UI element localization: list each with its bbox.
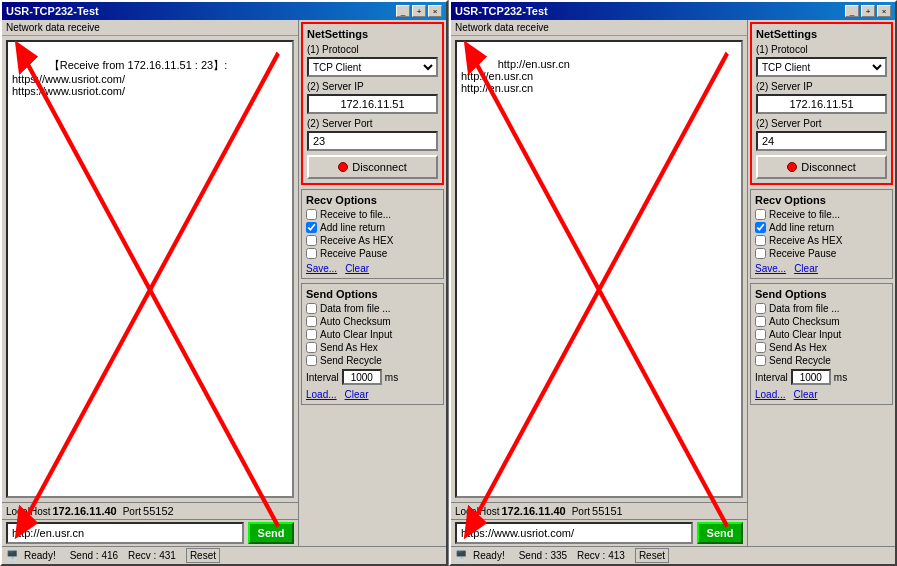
window1-add-line-return-row[interactable]: Add line return <box>306 222 439 233</box>
window2-status-bar: 🖥️ Ready! Send : 335 Recv : 413 Reset <box>451 546 895 564</box>
window2-send-recycle-row[interactable]: Send Recycle <box>755 355 888 366</box>
window1-send-load-btn[interactable]: Load... <box>306 389 337 400</box>
window1-auto-checksum-row[interactable]: Auto Checksum <box>306 316 439 327</box>
window1-disconnect-btn[interactable]: Disconnect <box>307 155 438 179</box>
window2-host-port-row: LocalHost 172.16.11.40 Port 55151 <box>451 502 747 519</box>
window2-recv-to-file-check[interactable] <box>755 209 766 220</box>
window1-send-input[interactable] <box>6 522 244 544</box>
window1-disconnect-label: Disconnect <box>352 161 406 173</box>
window2-port-value: 55151 <box>592 505 623 517</box>
window1-add-line-return-check[interactable] <box>306 222 317 233</box>
window2-recv-save-btn[interactable]: Save... <box>755 263 786 274</box>
window2-protocol-label: (1) Protocol <box>756 44 887 55</box>
window2-close-btn[interactable]: × <box>877 5 891 17</box>
window2-recv-as-hex-row[interactable]: Receive As HEX <box>755 235 888 246</box>
window1-localhost-label: LocalHost <box>6 506 50 517</box>
window2-add-line-return-check[interactable] <box>755 222 766 233</box>
window1-auto-checksum-check[interactable] <box>306 316 317 327</box>
window1-port-label: Port <box>123 506 141 517</box>
window2-send-recycle-check[interactable] <box>755 355 766 366</box>
window2-port-label: Port <box>572 506 590 517</box>
window1-send-area: Send <box>2 519 298 546</box>
window1-minimize-btn[interactable]: _ <box>396 5 410 17</box>
window1-auto-clear-check[interactable] <box>306 329 317 340</box>
window1-send-btn[interactable]: Send <box>248 522 294 544</box>
window2-minimize-btn[interactable]: _ <box>845 5 859 17</box>
window2-server-port-input[interactable] <box>756 131 887 151</box>
window2-send-options: Send Options Data from file ... Auto Che… <box>750 283 893 405</box>
window2-send-options-title: Send Options <box>755 288 888 300</box>
window1-send-count: Send : 416 <box>70 550 118 561</box>
window1-data-from-check[interactable] <box>306 303 317 314</box>
window2-recv-pause-check[interactable] <box>755 248 766 259</box>
window1-status-icon: 🖥️ <box>6 550 18 561</box>
window2-protocol-select[interactable]: TCP Client <box>756 57 887 77</box>
window2-send-as-hex-row[interactable]: Send As Hex <box>755 342 888 353</box>
window1-data-from-file-row[interactable]: Data from file ... <box>306 303 439 314</box>
window2-add-line-return-row[interactable]: Add line return <box>755 222 888 233</box>
window1-net-settings-box: NetSettings (1) Protocol TCP Client (2) … <box>301 22 444 185</box>
window1-recv-to-file-check[interactable] <box>306 209 317 220</box>
window1-recv-to-file-row[interactable]: Receive to file... <box>306 209 439 220</box>
window1-send-recycle-row[interactable]: Send Recycle <box>306 355 439 366</box>
window1-ready-text: Ready! <box>24 550 56 561</box>
window2-title: USR-TCP232-Test <box>455 5 548 17</box>
window2-data-from-file-row[interactable]: Data from file ... <box>755 303 888 314</box>
window1-recv-as-hex-row[interactable]: Receive As HEX <box>306 235 439 246</box>
window2-net-settings-box: NetSettings (1) Protocol TCP Client (2) … <box>750 22 893 185</box>
window2-auto-clear-row[interactable]: Auto Clear Input <box>755 329 888 340</box>
window2-reset-btn[interactable]: Reset <box>635 548 669 563</box>
window2-recv-clear-btn[interactable]: Clear <box>794 263 818 274</box>
window1-recv-pause-row[interactable]: Receive Pause <box>306 248 439 259</box>
window2-localhost-label: LocalHost <box>455 506 499 517</box>
window2-maximize-btn[interactable]: + <box>861 5 875 17</box>
window1-reset-btn[interactable]: Reset <box>186 548 220 563</box>
window2-status-icon: 🖥️ <box>455 550 467 561</box>
window1-send-as-hex-check[interactable] <box>306 342 317 353</box>
window2-recv-count: Recv : 413 <box>577 550 625 561</box>
window1-send-clear-btn[interactable]: Clear <box>345 389 369 400</box>
window2-recv-as-hex-check[interactable] <box>755 235 766 246</box>
window2-interval-input[interactable] <box>791 369 831 385</box>
window1-server-ip-label: (2) Server IP <box>307 81 438 92</box>
window2-send-input[interactable] <box>455 522 693 544</box>
window1-auto-clear-row[interactable]: Auto Clear Input <box>306 329 439 340</box>
window2-recv-to-file-row[interactable]: Receive to file... <box>755 209 888 220</box>
window1-data-receive-area: 【Receive from 172.16.11.51 : 23】: https:… <box>6 40 294 498</box>
window2-auto-checksum-row[interactable]: Auto Checksum <box>755 316 888 327</box>
window2-send-as-hex-check[interactable] <box>755 342 766 353</box>
window1-status-bar: 🖥️ Ready! Send : 416 Recv : 431 Reset <box>2 546 446 564</box>
window1-send-options-title: Send Options <box>306 288 439 300</box>
window2-interval-label: Interval <box>755 372 788 383</box>
window1-interval-input[interactable] <box>342 369 382 385</box>
window1-recv-options: Recv Options Receive to file... Add line… <box>301 189 444 279</box>
window1-recv-pause-check[interactable] <box>306 248 317 259</box>
window1-maximize-btn[interactable]: + <box>412 5 426 17</box>
window1-server-port-input[interactable] <box>307 131 438 151</box>
window2: USR-TCP232-Test _ + × Network data recei… <box>449 0 897 566</box>
window2-settings-panel: NetSettings (1) Protocol TCP Client (2) … <box>747 20 895 546</box>
window2-send-load-btn[interactable]: Load... <box>755 389 786 400</box>
window1-send-as-hex-row[interactable]: Send As Hex <box>306 342 439 353</box>
window1-server-ip-input[interactable] <box>307 94 438 114</box>
window2-server-port-label: (2) Server Port <box>756 118 887 129</box>
window2-send-count: Send : 335 <box>519 550 567 561</box>
window2-auto-clear-check[interactable] <box>755 329 766 340</box>
window1-recv-save-btn[interactable]: Save... <box>306 263 337 274</box>
window2-auto-checksum-check[interactable] <box>755 316 766 327</box>
window2-server-ip-input[interactable] <box>756 94 887 114</box>
window1-protocol-select[interactable]: TCP Client <box>307 57 438 77</box>
window1-network-receive-label: Network data receive <box>2 20 298 36</box>
window2-send-clear-btn[interactable]: Clear <box>794 389 818 400</box>
window1-localhost-value: 172.16.11.40 <box>52 505 116 517</box>
window1-recv-clear-btn[interactable]: Clear <box>345 263 369 274</box>
window1-send-recycle-check[interactable] <box>306 355 317 366</box>
window1-recv-as-hex-check[interactable] <box>306 235 317 246</box>
window2-recv-pause-row[interactable]: Receive Pause <box>755 248 888 259</box>
window2-data-from-check[interactable] <box>755 303 766 314</box>
window2-send-area: Send <box>451 519 747 546</box>
window1-close-btn[interactable]: × <box>428 5 442 17</box>
window2-disconnect-btn[interactable]: Disconnect <box>756 155 887 179</box>
window2-send-btn[interactable]: Send <box>697 522 743 544</box>
window2-net-settings-label: NetSettings <box>756 28 887 40</box>
